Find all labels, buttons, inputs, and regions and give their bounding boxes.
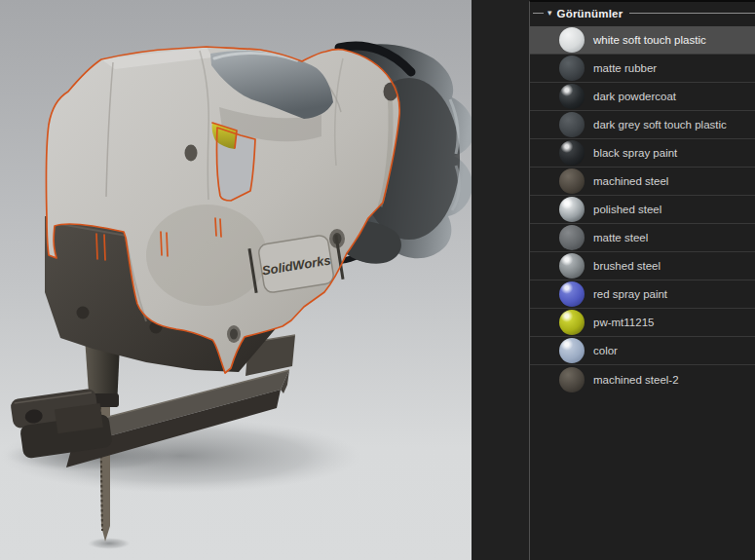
appearance-item[interactable]: polished steel [530,196,755,224]
appearance-item[interactable]: dark grey soft touch plastic [530,111,755,139]
appearance-item[interactable]: matte steel [530,224,755,252]
appearance-item-label: machined steel-2 [593,374,679,386]
material-sphere-icon [559,225,585,250]
panel-title: Görünümler [557,8,623,19]
appearance-item-label: white soft touch plastic [593,34,706,46]
appearances-panel-header[interactable]: ▾ Görünümler [530,2,755,24]
appearance-item[interactable]: black spray paint [530,139,755,168]
appearance-item[interactable]: pw-mt11215 [530,309,755,337]
material-sphere-icon [559,310,585,335]
appearance-item[interactable]: white soft touch plastic [530,26,755,55]
appearance-item[interactable]: red spray paint [530,280,755,309]
appearance-item-label: matte rubber [593,62,657,74]
appearance-item-label: polished steel [593,204,661,215]
appearance-item-label: black spray paint [593,147,677,159]
material-sphere-icon [559,367,585,392]
appearance-item-label: matte steel [593,232,648,243]
appearance-item[interactable]: matte rubber [530,55,755,83]
material-sphere-icon [559,84,585,109]
material-sphere-icon [559,281,585,307]
appearance-item-label: brushed steel [593,260,661,272]
appearance-item-label: dark grey soft touch plastic [593,119,727,131]
appearance-item[interactable]: brushed steel [530,252,755,280]
header-right-rule [629,13,755,14]
render-canvas[interactable]: SolidWorks [0,0,472,560]
appearance-item-label: color [593,345,618,356]
material-sphere-icon [559,27,585,53]
appearances-panel: ▾ Görünümler white soft touch plastic ma… [529,0,755,560]
appearance-item-label: red spray paint [593,288,667,300]
material-sphere-icon [559,338,585,363]
material-sphere-icon [559,168,585,194]
screw-hole-front [185,145,198,162]
header-left-rule [533,13,544,14]
material-sphere-icon [559,112,585,137]
appearance-item-label: machined steel [593,175,668,187]
appearance-item[interactable]: machined steel [530,168,755,196]
material-sphere-icon [559,197,585,222]
appearance-item[interactable]: dark powdercoat [530,83,755,111]
appearance-item-label: pw-mt11215 [593,317,654,328]
appearance-item[interactable]: machined steel-2 [530,365,755,393]
appearance-item-label: dark powdercoat [593,91,676,102]
app-window: SolidWorks [0,0,755,560]
material-sphere-icon [559,253,585,279]
viewport-3d[interactable]: SolidWorks [0,0,472,560]
appearance-list: white soft touch plastic matte rubber da… [530,26,755,393]
material-sphere-icon [559,56,585,81]
collapse-arrow-icon[interactable]: ▾ [547,9,552,18]
appearance-item[interactable]: color [530,337,755,365]
panel-gutter [472,0,529,560]
material-sphere-icon [559,140,585,166]
